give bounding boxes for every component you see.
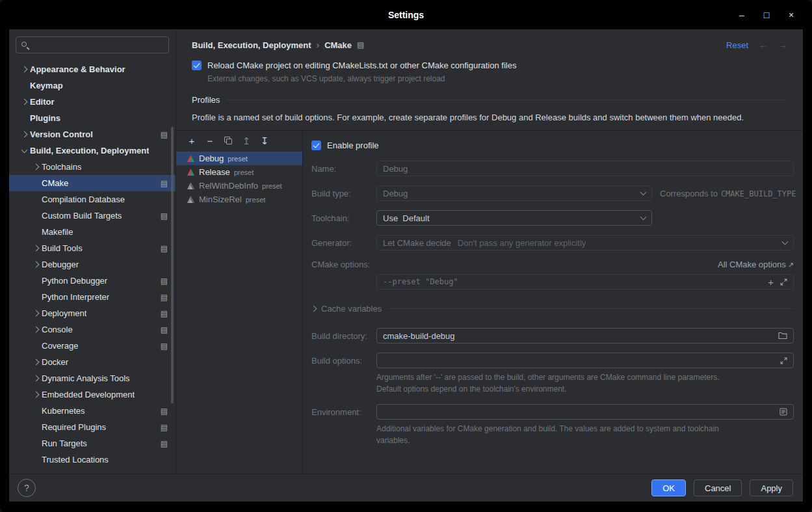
toolchain-select[interactable]: Use Default bbox=[376, 210, 652, 226]
chevron-right-icon[interactable] bbox=[18, 64, 30, 75]
build-directory-input[interactable]: cmake-build-debug bbox=[376, 328, 794, 344]
sidebar-item-embedded-development[interactable]: Embedded Development bbox=[9, 386, 176, 403]
toolchain-value: Use Default bbox=[383, 213, 430, 223]
external-link-icon: ↗ bbox=[788, 261, 794, 269]
build-type-hint: Corresponds toCMAKE_BUILD_TYPE bbox=[660, 189, 796, 198]
sidebar-item-version-control[interactable]: Version Control▤ bbox=[9, 126, 176, 142]
cache-variables-toggle[interactable]: Cache variables bbox=[311, 304, 794, 314]
profiles-panel: + − ↥ ↧ DebugpresetReleasepresetRelWithD… bbox=[176, 131, 303, 474]
all-cmake-options-link[interactable]: All CMake options↗ bbox=[718, 260, 794, 269]
sidebar-item-docker[interactable]: Docker bbox=[9, 354, 176, 370]
chevron-right-icon[interactable] bbox=[30, 357, 42, 368]
chevron-right-icon[interactable] bbox=[30, 325, 42, 335]
minimize-button[interactable]: – bbox=[734, 7, 750, 23]
sidebar-item-cmake[interactable]: CMake▤ bbox=[9, 175, 176, 191]
sidebar-item-python-debugger[interactable]: Python Debugger▤ bbox=[9, 273, 176, 289]
search-icon bbox=[21, 41, 29, 49]
profile-item-release[interactable]: Releasepreset bbox=[176, 165, 302, 179]
section-divider bbox=[226, 100, 787, 100]
move-up-button[interactable]: ↥ bbox=[239, 133, 254, 148]
generator-label: Generator: bbox=[311, 238, 376, 248]
checkbox-checked-icon[interactable] bbox=[192, 61, 202, 70]
chevron-placeholder bbox=[18, 81, 30, 91]
project-settings-icon: ▤ bbox=[161, 131, 168, 139]
cmake-options-label: CMake options: bbox=[311, 260, 376, 269]
back-arrow-icon[interactable]: ← bbox=[759, 40, 768, 50]
chevron-right-icon[interactable] bbox=[18, 97, 30, 107]
expand-editor-icon[interactable] bbox=[780, 357, 787, 364]
cancel-button[interactable]: Cancel bbox=[694, 479, 742, 496]
chevron-right-icon[interactable] bbox=[30, 390, 42, 400]
sidebar-item-custom-build-targets[interactable]: Custom Build Targets▤ bbox=[9, 208, 176, 224]
help-button[interactable]: ? bbox=[18, 479, 36, 497]
sidebar-item-trusted-locations[interactable]: Trusted Locations bbox=[9, 451, 176, 468]
sidebar-item-editor[interactable]: Editor bbox=[9, 94, 176, 110]
checkbox-checked-icon[interactable] bbox=[311, 141, 321, 150]
chevron-right-icon[interactable] bbox=[18, 129, 30, 140]
forward-arrow-icon[interactable]: → bbox=[778, 40, 787, 50]
chevron-down-icon[interactable] bbox=[18, 146, 30, 156]
chevron-right-icon[interactable] bbox=[30, 373, 42, 384]
sidebar-item-console[interactable]: Console▤ bbox=[9, 321, 176, 338]
sidebar-item-run-targets[interactable]: Run Targets▤ bbox=[9, 435, 176, 451]
copy-profile-button[interactable] bbox=[220, 133, 236, 148]
project-settings-icon: ▤ bbox=[161, 440, 168, 448]
sidebar-item-python-interpreter[interactable]: Python Interpreter▤ bbox=[9, 289, 176, 305]
sidebar-item-label: CMake bbox=[42, 178, 68, 188]
sidebar-item-makefile[interactable]: Makefile bbox=[9, 224, 176, 240]
sidebar-item-keymap[interactable]: Keymap bbox=[9, 77, 176, 94]
close-button[interactable]: × bbox=[783, 7, 799, 23]
sidebar-item-label: Coverage bbox=[42, 341, 78, 351]
project-settings-icon: ▤ bbox=[357, 41, 364, 49]
sidebar-item-debugger[interactable]: Debugger bbox=[9, 256, 176, 273]
chevron-right-icon[interactable] bbox=[30, 162, 42, 172]
sidebar-scrollbar[interactable] bbox=[171, 127, 174, 403]
reset-link[interactable]: Reset bbox=[726, 40, 748, 50]
move-down-button[interactable]: ↧ bbox=[257, 133, 272, 148]
sidebar-item-coverage[interactable]: Coverage▤ bbox=[9, 338, 176, 354]
search-box[interactable] bbox=[16, 36, 169, 53]
project-settings-icon: ▤ bbox=[161, 293, 168, 301]
cmake-build-type-code: CMAKE_BUILD_TYPE bbox=[721, 189, 796, 198]
chevron-right-icon[interactable] bbox=[30, 308, 42, 319]
sidebar-item-label: Version Control bbox=[30, 129, 93, 139]
sidebar-item-label: Makefile bbox=[42, 227, 73, 237]
build-options-input[interactable] bbox=[376, 353, 794, 368]
profile-item-minsizerel[interactable]: MinSizeRelpreset bbox=[176, 193, 302, 206]
folder-icon[interactable] bbox=[778, 332, 787, 340]
chevron-down-icon bbox=[640, 214, 647, 221]
breadcrumb: Build, Execution, Deployment › CMake ▤ R… bbox=[176, 29, 803, 55]
sidebar-item-label: Docker bbox=[42, 357, 68, 367]
sidebar-item-label: Run Targets bbox=[42, 438, 87, 448]
expand-editor-icon[interactable] bbox=[780, 278, 787, 286]
environment-input[interactable] bbox=[376, 404, 794, 420]
sidebar-item-appearance-behavior[interactable]: Appearance & Behavior bbox=[9, 61, 176, 77]
add-profile-button[interactable]: + bbox=[184, 133, 200, 148]
sidebar-item-compilation-database[interactable]: Compilation Database bbox=[9, 191, 176, 208]
enable-profile-checkbox[interactable]: Enable profile bbox=[311, 141, 794, 150]
sidebar-item-kubernetes[interactable]: Kubernetes▤ bbox=[9, 403, 176, 419]
settings-window: Settings – □ × Appearance & BehaviorKeym… bbox=[0, 0, 812, 512]
sidebar-item-label: Deployment bbox=[42, 308, 86, 318]
apply-button[interactable]: Apply bbox=[750, 479, 793, 496]
environment-variables-icon[interactable] bbox=[779, 408, 787, 416]
sidebar-item-dynamic-analysis-tools[interactable]: Dynamic Analysis Tools bbox=[9, 370, 176, 386]
profile-item-debug[interactable]: Debugpreset bbox=[176, 152, 302, 165]
sidebar-item-build-tools[interactable]: Build Tools▤ bbox=[9, 240, 176, 256]
reload-cmake-checkbox[interactable]: Reload CMake project on editing CMakeLis… bbox=[192, 61, 787, 70]
settings-search-input[interactable] bbox=[33, 40, 168, 51]
add-option-icon[interactable]: + bbox=[768, 277, 774, 287]
ok-button[interactable]: OK bbox=[651, 479, 686, 496]
sidebar-item-deployment[interactable]: Deployment▤ bbox=[9, 305, 176, 321]
sidebar-item-required-plugins[interactable]: Required Plugins▤ bbox=[9, 419, 176, 435]
breadcrumb-parent[interactable]: Build, Execution, Deployment bbox=[192, 40, 311, 50]
sidebar-item-build-execution-deployment[interactable]: Build, Execution, Deployment bbox=[9, 142, 176, 159]
profile-item-relwithdebinfo[interactable]: RelWithDebInfopreset bbox=[176, 179, 302, 193]
sidebar-item-toolchains[interactable]: Toolchains bbox=[9, 159, 176, 175]
restore-button[interactable]: □ bbox=[759, 7, 774, 23]
remove-profile-button[interactable]: − bbox=[202, 133, 218, 148]
chevron-right-icon[interactable] bbox=[30, 260, 42, 270]
chevron-right-icon[interactable] bbox=[30, 243, 42, 254]
sidebar-item-plugins[interactable]: Plugins bbox=[9, 110, 176, 126]
move-down-icon: ↧ bbox=[261, 136, 269, 146]
